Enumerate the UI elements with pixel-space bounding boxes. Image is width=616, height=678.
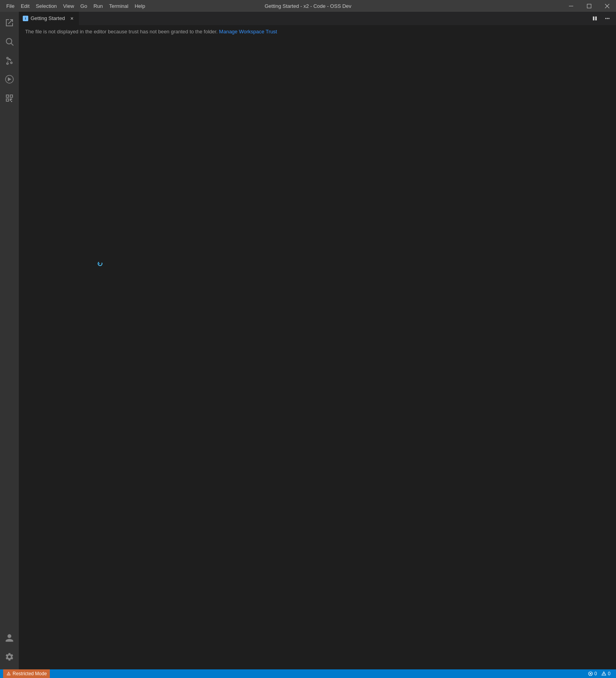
manage-workspace-trust-link[interactable]: Manage Workspace Trust <box>219 29 277 35</box>
menu-terminal[interactable]: Terminal <box>106 0 131 12</box>
svg-rect-0 <box>569 6 573 6</box>
menu-view[interactable]: View <box>60 0 77 12</box>
svg-point-10 <box>97 261 102 266</box>
tab-bar: i Getting Started × <box>19 12 616 26</box>
status-errors[interactable]: 0 <box>586 671 600 676</box>
activity-bar-bottom <box>0 629 19 669</box>
menu-edit[interactable]: Edit <box>18 0 33 12</box>
activity-bar <box>0 12 19 669</box>
tab-actions <box>589 12 616 25</box>
window-controls <box>562 0 616 12</box>
activity-icon-extensions[interactable] <box>0 89 19 108</box>
split-editor-button[interactable] <box>589 13 600 24</box>
menu-go[interactable]: Go <box>77 0 90 12</box>
menu-file[interactable]: File <box>3 0 18 12</box>
tab-close-button[interactable]: × <box>69 15 75 22</box>
info-message: The file is not displayed in the editor … <box>25 29 218 35</box>
menu-bar: File Edit Selection View Go Run Terminal… <box>3 0 148 12</box>
svg-rect-12 <box>9 674 9 675</box>
warning-count: 0 <box>608 671 611 676</box>
activity-icon-source-control[interactable] <box>0 51 19 70</box>
more-actions-button[interactable] <box>602 13 613 24</box>
main-content: i Getting Started × <box>19 12 616 669</box>
tab-getting-started[interactable]: i Getting Started × <box>19 12 79 25</box>
status-warnings[interactable]: 0 <box>599 671 613 676</box>
activity-icon-run-debug[interactable] <box>0 70 19 89</box>
activity-icon-explorer[interactable] <box>0 13 19 32</box>
restricted-mode-icon <box>6 671 11 676</box>
error-count: 0 <box>594 671 597 676</box>
activity-icon-search[interactable] <box>0 32 19 51</box>
error-icon <box>588 671 593 676</box>
title-bar: File Edit Selection View Go Run Terminal… <box>0 0 616 12</box>
restricted-mode-label: Restricted Mode <box>13 671 47 676</box>
menu-selection[interactable]: Selection <box>33 0 60 12</box>
warning-icon <box>601 671 606 676</box>
close-button[interactable] <box>598 0 616 12</box>
svg-point-8 <box>607 18 608 19</box>
svg-point-7 <box>605 18 607 19</box>
status-bar-right: 0 0 <box>586 671 613 676</box>
status-bar: Restricted Mode 0 0 <box>0 669 616 678</box>
window-title: Getting Started - x2 - Code - OSS Dev <box>264 3 351 9</box>
svg-line-5 <box>11 44 14 46</box>
activity-icon-account[interactable] <box>0 629 19 647</box>
workspace-trust-info: The file is not displayed in the editor … <box>19 26 616 38</box>
menu-help[interactable]: Help <box>131 0 148 12</box>
svg-point-9 <box>609 18 610 19</box>
menu-run[interactable]: Run <box>90 0 106 12</box>
tab-file-icon: i <box>23 16 28 21</box>
app-body: i Getting Started × <box>0 12 616 669</box>
activity-icon-settings[interactable] <box>0 647 19 666</box>
loading-cursor <box>97 261 103 266</box>
svg-rect-13 <box>9 675 9 675</box>
tab-label: Getting Started <box>31 15 65 21</box>
svg-point-4 <box>6 38 12 44</box>
restricted-mode-indicator[interactable]: Restricted Mode <box>3 669 50 678</box>
svg-rect-1 <box>587 4 591 8</box>
maximize-button[interactable] <box>580 0 598 12</box>
svg-point-11 <box>99 263 100 264</box>
minimize-button[interactable] <box>562 0 580 12</box>
svg-point-18 <box>604 674 604 675</box>
editor-area: The file is not displayed in the editor … <box>19 26 616 669</box>
